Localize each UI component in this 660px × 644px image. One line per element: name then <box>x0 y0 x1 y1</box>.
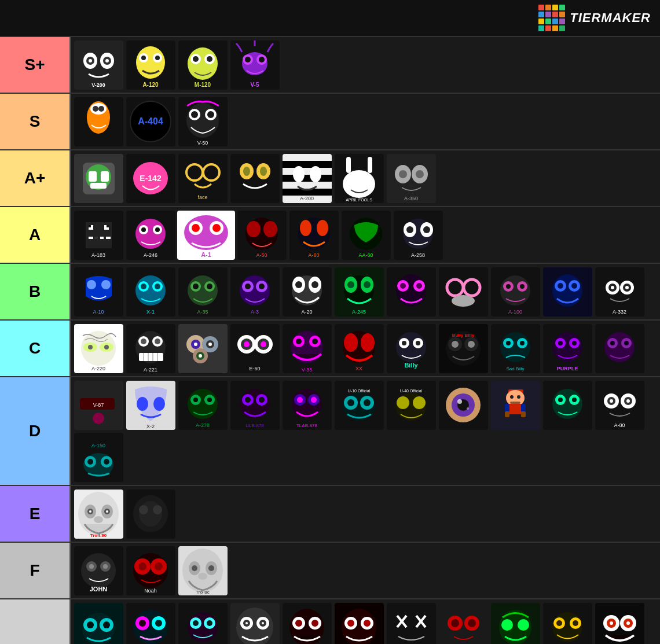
tier-item-a221: A-221 <box>125 323 176 374</box>
tier-item-green-face2 <box>490 602 541 644</box>
svg-point-80 <box>399 170 407 178</box>
tier-row-b: B A-10 <box>0 264 660 321</box>
svg-point-33 <box>98 106 104 112</box>
svg-point-20 <box>207 56 212 62</box>
svg-rect-334 <box>505 411 509 417</box>
tier-item-face-orange <box>73 96 124 147</box>
logo-cell <box>538 12 544 17</box>
page-wrapper: TiERMAKER S+ V-200 <box>0 0 660 644</box>
tier-item-a1: A-1 <box>177 209 235 260</box>
svg-text:A-100: A-100 <box>508 309 522 315</box>
tier-row-e: E Troll-90 <box>0 486 660 543</box>
svg-text:U-40 Official: U-40 Official <box>399 389 422 393</box>
logo-cell <box>552 19 558 24</box>
tiermaker-logo: TiERMAKER <box>538 5 651 31</box>
svg-point-196 <box>625 286 629 289</box>
svg-text:TLAB-878: TLAB-878 <box>296 423 317 428</box>
svg-point-286 <box>137 397 148 411</box>
svg-point-61 <box>243 167 250 176</box>
svg-point-393 <box>192 565 197 571</box>
svg-point-74 <box>346 173 358 187</box>
svg-text:Sad Billy: Sad Billy <box>506 366 524 371</box>
tier-content-f: JOHN Noah <box>69 543 660 598</box>
svg-rect-441 <box>387 603 436 645</box>
svg-text:A-80: A-80 <box>614 422 625 428</box>
tier-content-s: A-404 V-50 <box>69 94 660 149</box>
tier-item-a120: A-120 <box>125 39 176 90</box>
svg-point-431 <box>295 620 302 627</box>
svg-point-409 <box>155 620 162 627</box>
svg-point-258 <box>452 341 459 348</box>
logo-cell <box>538 19 544 24</box>
tier-label-a: A <box>0 207 69 263</box>
svg-rect-331 <box>507 404 523 414</box>
svg-point-240 <box>312 338 318 344</box>
logo-cell <box>552 25 558 31</box>
svg-text:M-120: M-120 <box>194 82 211 88</box>
svg-point-5 <box>89 59 92 62</box>
svg-point-394 <box>208 565 214 571</box>
svg-point-357 <box>87 459 93 465</box>
svg-text:Noah: Noah <box>144 588 157 594</box>
tier-item-v35: V-35 <box>281 323 332 374</box>
svg-point-110 <box>247 221 261 237</box>
svg-point-27 <box>259 57 265 62</box>
tier-item-u10: U-10 <box>73 602 124 644</box>
tier-item-a278: A-278 <box>177 380 228 430</box>
svg-text:U-10 Official: U-10 Official <box>347 389 370 393</box>
svg-point-98 <box>141 227 146 232</box>
svg-point-451 <box>468 619 476 627</box>
svg-point-81 <box>416 170 424 178</box>
svg-point-373 <box>139 505 148 514</box>
svg-point-460 <box>556 620 562 626</box>
svg-point-225 <box>208 343 212 346</box>
tier-content-d: V-87 X-2 <box>69 377 660 485</box>
svg-text:A-220: A-220 <box>91 366 105 371</box>
tier-item-eyeball <box>438 380 489 430</box>
svg-point-12 <box>141 56 146 60</box>
logo-cell <box>545 12 551 17</box>
svg-point-189 <box>571 283 577 289</box>
logo-cell <box>545 25 551 31</box>
svg-point-245 <box>361 333 375 352</box>
svg-point-209 <box>141 338 146 344</box>
svg-text:A-35: A-35 <box>197 309 208 315</box>
svg-point-425 <box>262 622 264 624</box>
tier-item-billy2 <box>594 323 645 374</box>
svg-point-454 <box>501 619 513 631</box>
logo-cell <box>538 5 544 10</box>
tier-item-mario <box>490 380 541 430</box>
logo-cell <box>545 19 551 24</box>
tier-item-a150: A-150 <box>73 432 124 483</box>
svg-text:A-221: A-221 <box>143 367 157 373</box>
tier-item-m120: M-120 <box>177 39 228 90</box>
svg-rect-48 <box>101 171 109 182</box>
tier-item-a246: A-246 <box>125 209 176 260</box>
svg-point-376 <box>81 553 116 588</box>
svg-point-244 <box>344 333 358 352</box>
logo-cell <box>552 12 558 17</box>
svg-point-158 <box>311 281 318 288</box>
svg-point-401 <box>87 621 94 628</box>
svg-text:A-1: A-1 <box>201 251 211 258</box>
svg-point-315 <box>364 399 371 406</box>
svg-point-284 <box>93 413 104 424</box>
svg-text:A-120: A-120 <box>142 82 159 88</box>
tier-item-u20: U-20 <box>125 602 176 644</box>
svg-rect-333 <box>521 404 526 412</box>
tier-item-a183: A-183 <box>73 209 124 260</box>
svg-point-262 <box>500 332 530 362</box>
svg-point-455 <box>518 619 529 631</box>
svg-text:X-2: X-2 <box>146 424 154 429</box>
svg-point-293 <box>193 398 198 402</box>
svg-text:V-35: V-35 <box>301 367 312 373</box>
tier-item-a60: A-60 <box>288 209 339 260</box>
svg-text:V-5: V-5 <box>250 82 259 88</box>
tier-row-f: F JOHN <box>0 543 660 599</box>
svg-point-19 <box>193 56 199 62</box>
tier-item-u260: U-260 <box>333 602 384 644</box>
tier-item-trollac: Trollac <box>177 545 228 596</box>
svg-point-368 <box>94 516 103 523</box>
svg-point-343 <box>558 398 563 402</box>
svg-text:A-200: A-200 <box>299 196 313 201</box>
